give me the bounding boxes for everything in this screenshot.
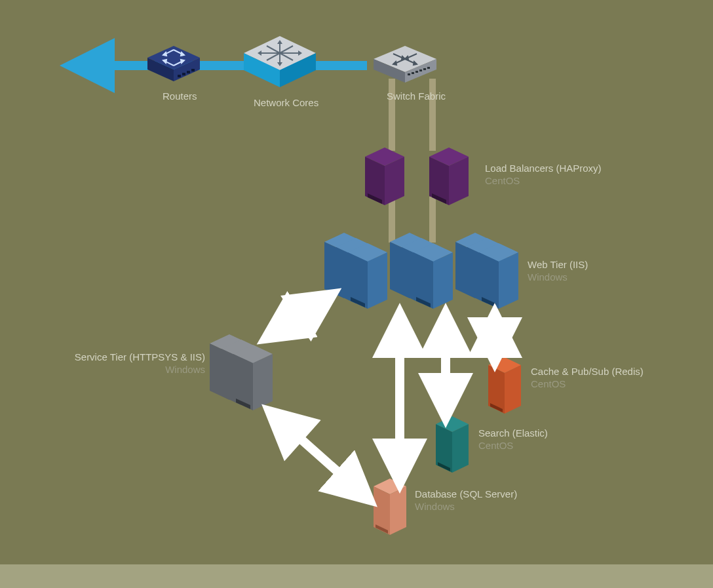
diagram-svg [0,0,713,588]
label-lb-title: Load Balancers (HAProxy) [485,163,602,174]
svg-rect-41 [423,68,426,70]
label-service-title: Service Tier (HTTPSYS & IIS) [75,351,205,363]
lb-server-2 [429,147,469,205]
svg-rect-40 [419,69,422,71]
label-web-os: Windows [528,271,588,283]
router-icon [147,46,200,81]
label-service: Service Tier (HTTPSYS & IIS) Windows [26,351,205,375]
cache-server [488,357,521,414]
label-search-os: CentOS [478,440,548,451]
label-cache-title: Cache & Pub/Sub (Redis) [531,366,644,377]
search-server [436,416,469,473]
footer-strip [0,564,713,588]
svg-marker-97 [452,424,469,473]
lb-server-1 [365,147,404,205]
label-db-os: Windows [415,501,517,512]
label-web: Web Tier (IIS) Windows [528,259,588,283]
network-core-icon [244,36,316,87]
svg-rect-14 [191,69,195,71]
architecture-diagram: { "network": { "routers": "Routers", "co… [0,0,713,588]
svg-rect-38 [412,72,414,74]
svg-marker-79 [499,252,518,309]
svg-rect-11 [178,75,181,77]
label-routers: Routers [163,90,197,102]
label-search-title: Search (Elastic) [478,427,548,439]
db-server [374,479,406,535]
arrow-web-service [272,298,326,334]
svg-marker-101 [390,486,406,535]
svg-marker-89 [253,354,273,410]
label-cache: Cache & Pub/Sub (Redis) CentOS [531,366,644,389]
svg-marker-93 [505,365,521,414]
label-db-title: Database (SQL Server) [415,488,517,500]
svg-rect-12 [182,73,185,75]
web-cluster-3 [455,233,518,309]
arrow-service-db [275,416,364,495]
label-network-cores: Network Cores [254,97,318,108]
service-cluster [210,334,273,410]
web-cluster-1 [324,233,387,309]
svg-rect-13 [187,71,190,73]
label-lb-os: CentOS [485,175,602,186]
switch-icon [374,46,436,83]
web-cluster-2 [390,233,453,309]
svg-rect-42 [427,67,430,69]
svg-marker-59 [368,252,387,309]
label-cache-os: CentOS [531,378,644,389]
label-web-title: Web Tier (IIS) [528,259,588,270]
label-search: Search (Elastic) CentOS [478,427,548,451]
svg-rect-39 [415,71,418,73]
label-switch-fabric: Switch Fabric [387,90,446,102]
svg-rect-37 [408,73,410,75]
label-lb: Load Balancers (HAProxy) CentOS [485,163,602,186]
svg-marker-69 [433,252,453,309]
label-db: Database (SQL Server) Windows [415,488,517,512]
label-service-os: Windows [26,364,205,375]
